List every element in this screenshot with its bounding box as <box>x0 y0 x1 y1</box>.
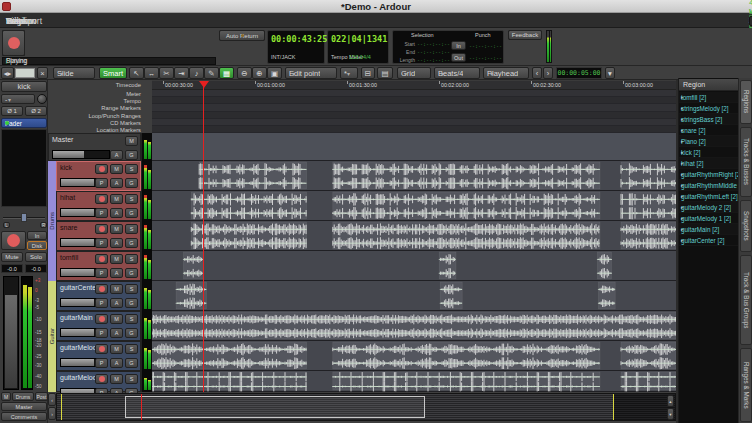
trim-knob[interactable] <box>37 94 47 104</box>
prev-marker-button[interactable]: ‹ <box>532 67 542 79</box>
output-button[interactable]: Master <box>1 402 47 411</box>
punch-out-button[interactable]: Out <box>451 53 466 62</box>
cd-markers-ruler[interactable] <box>152 119 676 126</box>
pan-handle[interactable] <box>21 213 27 222</box>
cut-tool[interactable]: ✂ <box>159 67 174 79</box>
menu-help[interactable]: Help <box>6 16 23 26</box>
track-solo-button[interactable]: S <box>125 314 138 324</box>
side-tab-snapshots[interactable]: Snapshots <box>740 200 752 252</box>
track-mute-button[interactable]: M <box>110 344 123 354</box>
track-mute-button[interactable]: M <box>110 314 123 324</box>
track-solo-button[interactable]: S <box>125 344 138 354</box>
grid-unit-combo[interactable]: Beats/4▾ <box>434 67 480 79</box>
group-button[interactable]: G <box>125 238 138 248</box>
playlist-button[interactable]: P <box>95 208 108 218</box>
track-lane-kick[interactable] <box>152 161 676 191</box>
edit-mode-combo[interactable]: Slide▾ <box>53 67 95 79</box>
group-button[interactable]: G <box>125 358 138 368</box>
region-list-item[interactable]: ▸guitarMain [2] <box>679 224 739 235</box>
zoom-out[interactable]: ⊖ <box>237 67 252 79</box>
playhead-marker-icon[interactable] <box>199 81 209 88</box>
marker-combo[interactable]: *▾ <box>340 67 358 79</box>
strip-bottom-drums-button[interactable]: Drums <box>12 392 34 401</box>
audition-tool[interactable]: ♪ <box>189 67 204 79</box>
track-header-master[interactable]: MasterMAG <box>48 133 141 161</box>
smart-mode-button[interactable]: Smart <box>99 67 127 79</box>
tempo-ruler[interactable] <box>152 97 676 104</box>
close-button[interactable]: × <box>37 67 48 79</box>
region-list-item[interactable]: ▸Piano [2] <box>679 136 739 147</box>
record-button[interactable] <box>2 30 25 56</box>
primary-clock[interactable]: 00:00:43:25 INT/JACK <box>267 30 325 64</box>
track-lane-guitarmelody-2[interactable] <box>152 371 676 392</box>
peak-display[interactable]: -0.0 <box>25 264 47 273</box>
master-mute-button[interactable]: M <box>125 136 138 146</box>
edit-point-combo[interactable]: Edit point▾ <box>285 67 337 79</box>
group-band-drums[interactable]: Drums <box>48 161 56 281</box>
playlist-button[interactable]: P <box>95 238 108 248</box>
automation-button[interactable]: A <box>110 178 123 188</box>
automation-button[interactable]: A <box>110 358 123 368</box>
trim-combo[interactable]: -▾ <box>1 94 35 104</box>
track-lane-tomfill[interactable] <box>152 251 676 281</box>
track-solo-button[interactable]: S <box>125 254 138 264</box>
track-rec-button[interactable] <box>95 314 108 324</box>
range-markers-ruler[interactable] <box>152 104 676 111</box>
side-tab-regions[interactable]: Regions <box>740 80 752 124</box>
region-list-item[interactable]: ▸guitarRhythmLeft [2] <box>679 191 739 202</box>
comments-button[interactable]: Comments <box>1 412 47 421</box>
region-list-item[interactable]: ▸guitarRhythmMiddle [2] <box>679 180 739 191</box>
region-list-item[interactable]: ▸guitarMelody 2 [2] <box>679 202 739 213</box>
group-button[interactable]: G <box>125 268 138 278</box>
zoom-fit[interactable]: ▣ <box>267 67 282 79</box>
track-rec-button[interactable] <box>95 224 108 234</box>
timecode-ruler[interactable]: 00:00:30:0000:01:00:0000:01:30:0000:02:0… <box>152 81 676 90</box>
track-solo-button[interactable]: S <box>125 224 138 234</box>
monitor-disk-button[interactable]: Disk <box>27 241 47 250</box>
group-band-guitar[interactable]: Guitar <box>48 281 56 392</box>
draw-tool[interactable]: ✎ <box>204 67 219 79</box>
track-header-guitarmelody-1[interactable]: guitarMelody 1MSPAG <box>56 341 141 371</box>
layer-option-button[interactable]: ▤ <box>377 67 393 79</box>
scroll-left-button[interactable]: ‹ <box>48 393 56 406</box>
gain-fader[interactable] <box>3 276 19 390</box>
auto-return-button[interactable]: Auto Return <box>219 30 265 41</box>
region-list-item[interactable]: ▸stringsBass [2] <box>679 114 739 125</box>
track-solo-button[interactable]: S <box>125 194 138 204</box>
track-mute-button[interactable]: M <box>110 374 123 384</box>
shuttle-control[interactable]: Playing ▷ Sprung <box>2 57 216 65</box>
phase-1-button[interactable]: Ø 1 <box>1 106 23 116</box>
zoom-focus-combo[interactable]: Playhead▾ <box>483 67 529 79</box>
region-list-item[interactable]: ▸hihat [2] <box>679 158 739 169</box>
track-mute-button[interactable]: M <box>110 254 123 264</box>
track-mute-button[interactable]: M <box>110 194 123 204</box>
track-rec-button[interactable] <box>95 254 108 264</box>
group-button[interactable]: G <box>125 150 138 160</box>
nudge-clock-entry[interactable] <box>15 68 35 78</box>
punch-in-button[interactable]: In <box>451 41 466 50</box>
feedback-global-button[interactable]: Feedback <box>508 30 542 40</box>
region-list-header[interactable]: Region <box>679 79 739 91</box>
monitor-input-button[interactable]: In <box>27 231 47 240</box>
region-list-item[interactable]: ▸guitarRhythmRight [2] <box>679 169 739 180</box>
location-markers-ruler[interactable] <box>152 126 676 133</box>
track-rec-button[interactable] <box>95 164 108 174</box>
track-lane-guitarmain[interactable] <box>152 311 676 341</box>
editor-summary[interactable]: ▴ ▾ <box>56 393 676 421</box>
stretch-tool[interactable]: ⇥ <box>174 67 189 79</box>
meter-ruler[interactable] <box>152 90 676 97</box>
toolbar-overflow-button[interactable]: ▾ <box>605 67 615 79</box>
processor-fader-entry[interactable]: Fader <box>1 118 47 128</box>
track-rec-button[interactable] <box>95 194 108 204</box>
track-rec-button[interactable] <box>95 284 108 294</box>
track-header-guitarmelody-2[interactable]: guitarMelody 2MSPAG <box>56 371 141 392</box>
playhead-line[interactable] <box>203 81 204 392</box>
track-mute-button[interactable]: M <box>110 164 123 174</box>
record-enable-button[interactable] <box>1 231 26 250</box>
side-tab-tracks-busses[interactable]: Tracks & Busses <box>740 127 752 197</box>
track-mute-button[interactable]: M <box>110 284 123 294</box>
summary-up-button[interactable]: ▴ <box>667 395 674 407</box>
group-button[interactable]: G <box>125 208 138 218</box>
region-list-item[interactable]: ▸guitarMelody 1 [2] <box>679 213 739 224</box>
mute-button[interactable]: Mute <box>1 252 23 262</box>
